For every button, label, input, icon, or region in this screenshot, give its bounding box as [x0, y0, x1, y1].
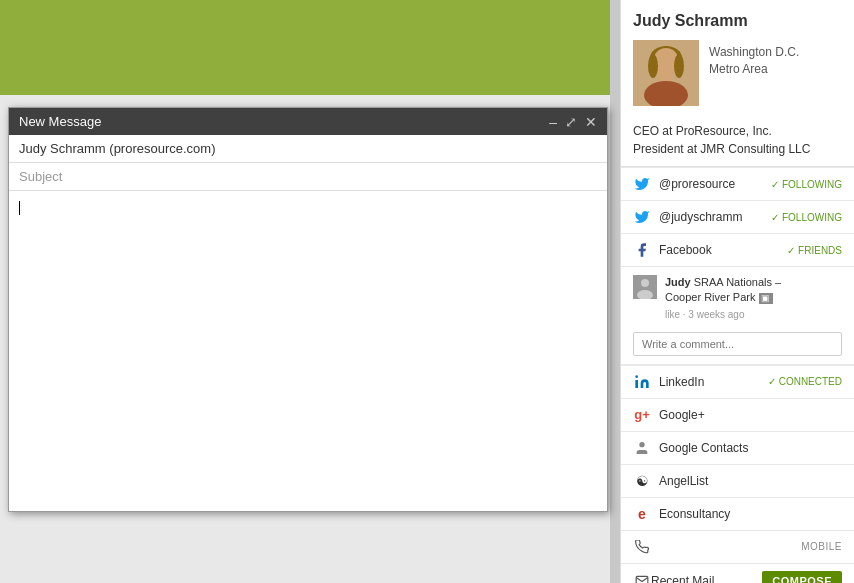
- profile-name: Judy Schramm: [633, 12, 842, 30]
- social-row-googlecontacts[interactable]: Google Contacts: [621, 431, 854, 464]
- post-avatar: [633, 275, 657, 299]
- phone-row[interactable]: MOBILE: [621, 530, 854, 563]
- avatar: [633, 40, 699, 106]
- comment-input[interactable]: [633, 332, 842, 356]
- angellist-icon: ☯: [633, 472, 651, 490]
- post-meta: like · 3 weeks ago: [665, 308, 842, 322]
- recent-mail-label: Recent Mail: [651, 574, 762, 583]
- post-image-icon: ▣: [759, 293, 773, 304]
- minimize-button[interactable]: –: [549, 115, 557, 129]
- recent-mail-row: Recent Mail COMPOSE: [621, 563, 854, 583]
- profile-info: Washington D.C.Metro Area: [633, 40, 842, 106]
- social-row-facebook[interactable]: Facebook ✓ FRIENDS: [621, 233, 854, 266]
- expand-button[interactable]: ⤢: [565, 115, 577, 129]
- profile-location: Washington D.C.Metro Area: [709, 40, 799, 78]
- compose-header: New Message – ⤢ ✕: [9, 108, 607, 135]
- right-panel: Judy Schramm: [620, 0, 854, 583]
- compose-subject[interactable]: Subject: [9, 163, 607, 191]
- connected-badge: ✓ CONNECTED: [768, 376, 842, 387]
- social-row-twitter-judy[interactable]: @judyschramm ✓ FOLLOWING: [621, 200, 854, 233]
- social-row-linkedin[interactable]: LinkedIn ✓ CONNECTED: [621, 365, 854, 398]
- social-name-googleplus: Google+: [659, 408, 834, 422]
- linkedin-icon: [633, 373, 651, 391]
- compose-modal: New Message – ⤢ ✕ Judy Schramm (proresou…: [8, 107, 608, 512]
- post-section: Judy SRAA Nationals –Cooper River Park ▣…: [621, 266, 854, 365]
- social-row-angellist[interactable]: ☯ AngelList: [621, 464, 854, 497]
- social-row-googleplus[interactable]: g+ Google+: [621, 398, 854, 431]
- social-name-googlecontacts: Google Contacts: [659, 441, 842, 455]
- following-badge-proresource: ✓ FOLLOWING: [771, 179, 842, 190]
- compose-to[interactable]: Judy Schramm (proresource.com): [9, 135, 607, 163]
- facebook-icon: [633, 241, 651, 259]
- phone-icon: [633, 538, 651, 556]
- compose-title: New Message: [19, 114, 101, 129]
- friends-badge: ✓ FRIENDS: [787, 245, 842, 256]
- following-badge-judy: ✓ FOLLOWING: [771, 212, 842, 223]
- social-name-linkedin: LinkedIn: [659, 375, 760, 389]
- close-button[interactable]: ✕: [585, 115, 597, 129]
- compose-button[interactable]: COMPOSE: [762, 571, 842, 583]
- social-name-econsultancy: Econsultancy: [659, 507, 842, 521]
- social-name-twitter-proresource: @proresource: [659, 177, 763, 191]
- social-row-twitter-proresource[interactable]: @proresource ✓ FOLLOWING: [621, 167, 854, 200]
- svg-point-5: [648, 54, 658, 78]
- text-cursor: [19, 201, 20, 215]
- profile-section: Judy Schramm: [621, 0, 854, 167]
- profile-header: Judy Schramm: [621, 0, 854, 122]
- twitter-icon-2: [633, 208, 651, 226]
- svg-point-11: [639, 442, 644, 447]
- post-author: Judy: [665, 276, 694, 288]
- econsultancy-icon: e: [633, 505, 651, 523]
- compose-controls: – ⤢ ✕: [549, 115, 597, 129]
- svg-rect-3: [660, 74, 672, 82]
- googlecontacts-icon: [633, 439, 651, 457]
- compose-body[interactable]: [9, 191, 607, 511]
- googleplus-icon: g+: [633, 406, 651, 424]
- svg-point-8: [641, 279, 649, 287]
- post-row: Judy SRAA Nationals –Cooper River Park ▣…: [633, 275, 842, 322]
- social-name-facebook: Facebook: [659, 243, 779, 257]
- profile-title1: CEO at ProResource, Inc. President at JM…: [621, 122, 854, 166]
- mobile-badge: MOBILE: [801, 541, 842, 552]
- twitter-icon: [633, 175, 651, 193]
- social-name-twitter-judy: @judyschramm: [659, 210, 763, 224]
- svg-point-6: [674, 54, 684, 78]
- svg-point-10: [635, 375, 638, 378]
- mail-icon: [633, 572, 651, 583]
- post-content: Judy SRAA Nationals –Cooper River Park ▣…: [665, 275, 842, 322]
- social-row-econsultancy[interactable]: e Econsultancy: [621, 497, 854, 530]
- social-name-angellist: AngelList: [659, 474, 842, 488]
